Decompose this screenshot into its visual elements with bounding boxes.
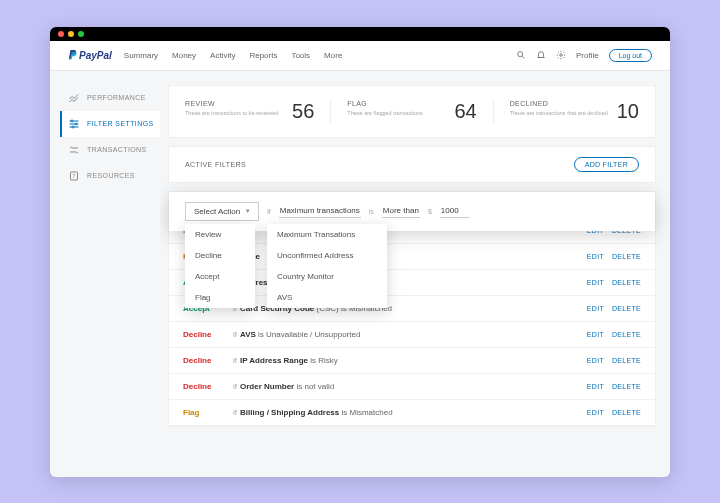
rule-action: Decline: [183, 356, 233, 365]
rule-row: DeclineifIP Address Range is RiskyEDITDE…: [169, 348, 655, 374]
svg-point-4: [71, 120, 73, 122]
svg-text:7: 7: [73, 173, 76, 179]
chevron-down-icon: ▾: [246, 207, 250, 215]
dropdown-item-country[interactable]: Country Monitor: [267, 266, 387, 287]
rule-actions: EDITDELETE: [587, 357, 641, 364]
stat-value: 56: [292, 100, 314, 123]
rule-actions: EDITDELETE: [587, 305, 641, 312]
filter-icon: [68, 118, 80, 130]
stat-value: 64: [454, 100, 476, 123]
search-icon[interactable]: [516, 50, 526, 60]
rule-row: DeclineifOrder Number is not validEDITDE…: [169, 374, 655, 400]
add-filter-button[interactable]: ADD FILTER: [574, 157, 639, 172]
stat-title: REVIEW: [185, 100, 278, 107]
rule-if: if: [233, 330, 237, 339]
rule-if: if: [233, 408, 237, 417]
filter-bar: ACTIVE FILTERS ADD FILTER: [168, 146, 656, 183]
nav-more[interactable]: More: [324, 51, 342, 60]
svg-point-0: [518, 52, 523, 57]
stat-flag: FLAG These are flagged transactions 64: [331, 100, 493, 123]
sidebar-item-label: RESOURCES: [87, 172, 135, 179]
rules-list: Select Action ▾ if Maximum transactions …: [168, 191, 656, 427]
delete-button[interactable]: DELETE: [612, 279, 641, 286]
dropdown-item-unconfirmed[interactable]: Unconfirmed Address: [267, 245, 387, 266]
delete-button[interactable]: DELETE: [612, 409, 641, 416]
editor-operator[interactable]: More than: [382, 204, 420, 218]
edit-button[interactable]: EDIT: [587, 253, 604, 260]
sidebar-item-resources[interactable]: 7 RESOURCES: [60, 163, 160, 189]
stat-subtitle: These are flagged transactions: [347, 110, 423, 117]
editor-field[interactable]: Maximum transactions: [279, 204, 361, 218]
nav-tools[interactable]: Tools: [291, 51, 310, 60]
topbar: PayPal Summary Money Activity Reports To…: [50, 41, 670, 71]
rule-condition: Billing / Shipping Address is Mismatched: [240, 408, 393, 417]
transactions-icon: [68, 144, 80, 156]
svg-point-6: [75, 123, 77, 125]
delete-button[interactable]: DELETE: [612, 357, 641, 364]
brand-name: PayPal: [79, 50, 112, 61]
profile-link[interactable]: Profile: [576, 51, 599, 60]
bell-icon[interactable]: [536, 50, 546, 60]
dropdown-item-flag[interactable]: Flag: [185, 287, 255, 308]
editor-value-input[interactable]: 1000: [440, 204, 470, 218]
dropdown-item-accept[interactable]: Accept: [185, 266, 255, 287]
dropdown-item-decline[interactable]: Decline: [185, 245, 255, 266]
dropdown-item-review[interactable]: Review: [185, 224, 255, 245]
maximize-dot[interactable]: [78, 31, 84, 37]
sidebar-item-label: TRANSACTIONS: [87, 146, 147, 153]
stat-title: FLAG: [347, 100, 423, 107]
rule-action: Decline: [183, 382, 233, 391]
rule-if: if: [233, 356, 237, 365]
stat-title: DECLINED: [510, 100, 608, 107]
delete-button[interactable]: DELETE: [612, 383, 641, 390]
nav-reports[interactable]: Reports: [249, 51, 277, 60]
rule-actions: EDITDELETE: [587, 409, 641, 416]
delete-button[interactable]: DELETE: [612, 331, 641, 338]
delete-button[interactable]: DELETE: [612, 305, 641, 312]
svg-point-2: [560, 54, 563, 57]
sidebar: PERFORMANCE FILTER SETTINGS TRANSACTIONS…: [50, 71, 160, 477]
stat-review: REVIEW These are transactions to be revi…: [169, 100, 331, 123]
dropdown-item-maxtrans[interactable]: Maximum Transations: [267, 224, 387, 245]
sidebar-item-label: FILTER SETTINGS: [87, 120, 154, 127]
brand-logo[interactable]: PayPal: [68, 49, 112, 61]
rule-action: Flag: [183, 408, 233, 417]
titlebar: [50, 27, 670, 41]
delete-button[interactable]: DELETE: [612, 253, 641, 260]
edit-button[interactable]: EDIT: [587, 279, 604, 286]
editor-if: if: [267, 208, 271, 215]
edit-button[interactable]: EDIT: [587, 357, 604, 364]
close-dot[interactable]: [58, 31, 64, 37]
rule-actions: EDITDELETE: [587, 253, 641, 260]
rule-condition: IP Address Range is Risky: [240, 356, 338, 365]
edit-button[interactable]: EDIT: [587, 409, 604, 416]
rule-condition: AVS is Unavailable / Unsupported: [240, 330, 360, 339]
edit-button[interactable]: EDIT: [587, 305, 604, 312]
sidebar-item-label: PERFORMANCE: [87, 94, 146, 101]
sidebar-item-performance[interactable]: PERFORMANCE: [60, 85, 160, 111]
rule-row: DeclineifAVS is Unavailable / Unsupporte…: [169, 322, 655, 348]
filter-bar-title: ACTIVE FILTERS: [185, 161, 246, 168]
stat-subtitle: These are transactions that are declined: [510, 110, 608, 117]
edit-button[interactable]: EDIT: [587, 383, 604, 390]
rule-row: FlagifBilling / Shipping Address is Mism…: [169, 400, 655, 426]
stat-value: 10: [617, 100, 639, 123]
sidebar-item-transactions[interactable]: TRANSACTIONS: [60, 137, 160, 163]
nav-summary[interactable]: Summary: [124, 51, 158, 60]
stat-declined: DECLINED These are transactions that are…: [494, 100, 655, 123]
action-select[interactable]: Select Action ▾: [185, 202, 259, 221]
editor-currency: $: [428, 208, 432, 215]
action-select-label: Select Action: [194, 207, 240, 216]
main-content: REVIEW These are transactions to be revi…: [160, 71, 670, 477]
performance-icon: [68, 92, 80, 104]
rule-condition: Order Number is not valid: [240, 382, 334, 391]
gear-icon[interactable]: [556, 50, 566, 60]
sidebar-item-filter-settings[interactable]: FILTER SETTINGS: [60, 111, 160, 137]
nav-money[interactable]: Money: [172, 51, 196, 60]
minimize-dot[interactable]: [68, 31, 74, 37]
logout-button[interactable]: Log out: [609, 49, 652, 62]
paypal-icon: [68, 49, 78, 61]
dropdown-item-avs[interactable]: AVS: [267, 287, 387, 308]
nav-activity[interactable]: Activity: [210, 51, 235, 60]
edit-button[interactable]: EDIT: [587, 331, 604, 338]
